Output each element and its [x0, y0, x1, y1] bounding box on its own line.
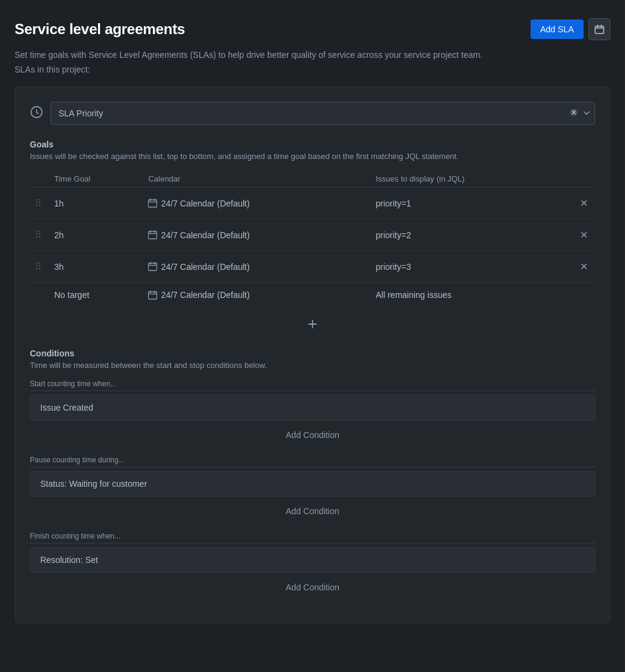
calendar-cell-icon [148, 262, 157, 271]
add-goal-row [30, 314, 595, 334]
add-goal-button[interactable] [303, 314, 322, 334]
goals-table: Time Goal Calendar Issues to display (in… [30, 171, 595, 307]
conditions-description: Time will be measured between the start … [30, 361, 595, 370]
jql-cell: All remaining issues [371, 283, 573, 308]
sla-name-input[interactable]: SLA Priority [51, 102, 595, 125]
calendar-value: 24/7 Calendar (Default) [161, 230, 250, 240]
col-calendar: Calendar [143, 171, 370, 188]
delete-row-button[interactable]: ✕ [577, 258, 590, 275]
condition-group-label: Finish counting time when... [30, 532, 595, 543]
svg-rect-5 [149, 263, 157, 271]
jql-cell: priority=1 [371, 188, 573, 219]
page-header: Service level agreements Add SLA [15, 18, 610, 40]
time-goal-cell: No target [49, 283, 143, 308]
calendar-cell[interactable]: 24/7 Calendar (Default) [148, 230, 365, 240]
calendar-cell[interactable]: 24/7 Calendar (Default) [148, 262, 365, 272]
col-time-goal: Time Goal [49, 171, 143, 188]
condition-item: Resolution: Set [30, 547, 595, 573]
conditions-title: Conditions [30, 348, 595, 358]
condition-group: Start counting time when... Issue Create… [30, 380, 595, 446]
calendar-value: 24/7 Calendar (Default) [161, 262, 250, 272]
goals-section: Goals Issues will be checked against thi… [30, 140, 595, 334]
page-sub-label: SLAs in this project: [15, 65, 610, 74]
header-actions: Add SLA [531, 18, 610, 40]
add-sla-button[interactable]: Add SLA [531, 19, 584, 39]
svg-rect-3 [149, 200, 157, 207]
sla-card: SLA Priority Goals Issues will be checke… [15, 87, 610, 623]
table-row: ⠿ 2h 24/7 Calendar (Default) priority=2 … [30, 219, 595, 251]
page-description: Set time goals with Service Level Agreem… [15, 50, 610, 60]
svg-rect-4 [149, 232, 157, 239]
condition-item: Status: Waiting for customer [30, 471, 595, 497]
add-condition-button[interactable]: Add Condition [30, 576, 595, 598]
table-row: ⠿ 3h 24/7 Calendar (Default) priority=3 … [30, 251, 595, 283]
calendar-icon-button[interactable] [588, 18, 610, 40]
condition-group-label: Start counting time when... [30, 380, 595, 391]
conditions-section: Conditions Time will be measured between… [30, 348, 595, 598]
delete-row-button[interactable]: ✕ [577, 195, 590, 211]
calendar-cell-icon [148, 230, 157, 239]
sla-name-wrapper: SLA Priority [51, 102, 595, 125]
page-title: Service level agreements [15, 21, 185, 38]
calendar-cell-icon [148, 291, 157, 300]
condition-group-label: Pause counting time during... [30, 456, 595, 467]
svg-rect-6 [149, 292, 157, 299]
time-goal-cell: 3h [49, 251, 143, 283]
jql-cell: priority=3 [371, 251, 573, 283]
condition-group: Finish counting time when... Resolution:… [30, 532, 595, 598]
jql-cell: priority=2 [371, 219, 573, 251]
time-goal-cell: 2h [49, 219, 143, 251]
calendar-icon [595, 24, 604, 34]
sla-input-icons [570, 108, 590, 119]
clock-icon [30, 105, 43, 122]
calendar-cell[interactable]: 24/7 Calendar (Default) [148, 199, 365, 208]
add-condition-button[interactable]: Add Condition [30, 424, 595, 446]
drag-handle[interactable]: ⠿ [35, 230, 41, 240]
svg-rect-0 [595, 26, 604, 34]
calendar-value: 24/7 Calendar (Default) [161, 199, 250, 208]
goals-title: Goals [30, 140, 595, 149]
calendar-cell-icon [148, 199, 157, 208]
condition-item: Issue Created [30, 395, 595, 420]
calendar-value: 24/7 Calendar (Default) [161, 290, 250, 300]
drag-handle[interactable]: ⠿ [35, 198, 41, 208]
drag-handle[interactable]: ⠿ [35, 261, 41, 272]
condition-group: Pause counting time during... Status: Wa… [30, 456, 595, 522]
col-issues-jql: Issues to display (in JQL) [371, 171, 573, 188]
clear-icon[interactable] [570, 108, 578, 119]
delete-row-button[interactable]: ✕ [577, 227, 590, 243]
table-row: ⠿ 1h 24/7 Calendar (Default) priority=1 … [30, 188, 595, 219]
goals-description: Issues will be checked against this list… [30, 152, 595, 161]
time-goal-cell: 1h [49, 188, 143, 219]
calendar-cell[interactable]: 24/7 Calendar (Default) [148, 290, 365, 300]
add-condition-button[interactable]: Add Condition [30, 500, 595, 522]
chevron-down-icon[interactable] [583, 108, 590, 118]
table-row: No target 24/7 Calendar (Default) All re… [30, 283, 595, 308]
sla-name-row: SLA Priority [30, 102, 595, 125]
